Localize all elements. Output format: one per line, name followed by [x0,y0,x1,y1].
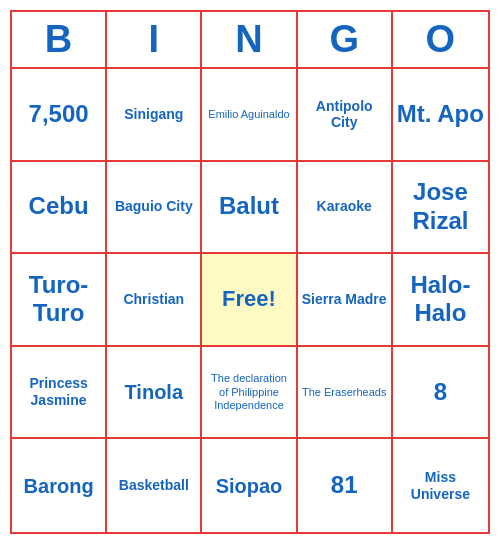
cell-text: Halo-Halo [397,271,484,329]
cell-text: Siopao [216,474,283,498]
header-letter: G [298,12,393,67]
cell-text: Sinigang [124,106,183,123]
cell-text: The declaration of Philippine Independen… [206,372,291,412]
cell-text: Jose Rizal [397,178,484,236]
header-letter: I [107,12,202,67]
grid-cell: Jose Rizal [393,162,488,255]
grid-cell: Cebu [12,162,107,255]
cell-text: 7,500 [29,100,89,129]
cell-text: Antipolo City [302,98,387,132]
grid-cell: Balut [202,162,297,255]
grid-cell: Free! [202,254,297,347]
grid-cell: Mt. Apo [393,69,488,162]
header-letter: O [393,12,488,67]
cell-text: 8 [434,378,447,407]
grid-cell: Emilio Aguinaldo [202,69,297,162]
grid-cell: Barong [12,439,107,532]
bingo-header: BINGO [12,12,488,69]
cell-text: Princess Jasmine [16,375,101,409]
cell-text: Mt. Apo [397,100,484,129]
cell-text: Free! [222,286,276,312]
header-letter: B [12,12,107,67]
cell-text: Tinola [125,380,184,404]
cell-text: 81 [331,471,358,500]
grid-cell: Basketball [107,439,202,532]
cell-text: Christian [123,291,184,308]
bingo-grid: 7,500SinigangEmilio AguinaldoAntipolo Ci… [12,69,488,532]
grid-cell: The declaration of Philippine Independen… [202,347,297,440]
cell-text: Turo-Turo [16,271,101,329]
cell-text: Karaoke [317,198,372,215]
grid-cell: 81 [298,439,393,532]
cell-text: Emilio Aguinaldo [208,108,289,121]
grid-cell: 8 [393,347,488,440]
cell-text: Cebu [29,192,89,221]
cell-text: The Eraserheads [302,386,386,399]
grid-cell: Sinigang [107,69,202,162]
grid-cell: Siopao [202,439,297,532]
cell-text: Basketball [119,477,189,494]
cell-text: Sierra Madre [302,291,387,308]
grid-cell: Miss Universe [393,439,488,532]
grid-cell: Turo-Turo [12,254,107,347]
header-letter: N [202,12,297,67]
grid-cell: 7,500 [12,69,107,162]
grid-cell: Tinola [107,347,202,440]
grid-cell: Baguio City [107,162,202,255]
grid-cell: Karaoke [298,162,393,255]
bingo-card: BINGO 7,500SinigangEmilio AguinaldoAntip… [10,10,490,534]
grid-cell: The Eraserheads [298,347,393,440]
cell-text: Miss Universe [397,469,484,503]
grid-cell: Christian [107,254,202,347]
cell-text: Barong [24,474,94,498]
cell-text: Balut [219,192,279,221]
cell-text: Baguio City [115,198,193,215]
grid-cell: Princess Jasmine [12,347,107,440]
grid-cell: Halo-Halo [393,254,488,347]
grid-cell: Sierra Madre [298,254,393,347]
grid-cell: Antipolo City [298,69,393,162]
